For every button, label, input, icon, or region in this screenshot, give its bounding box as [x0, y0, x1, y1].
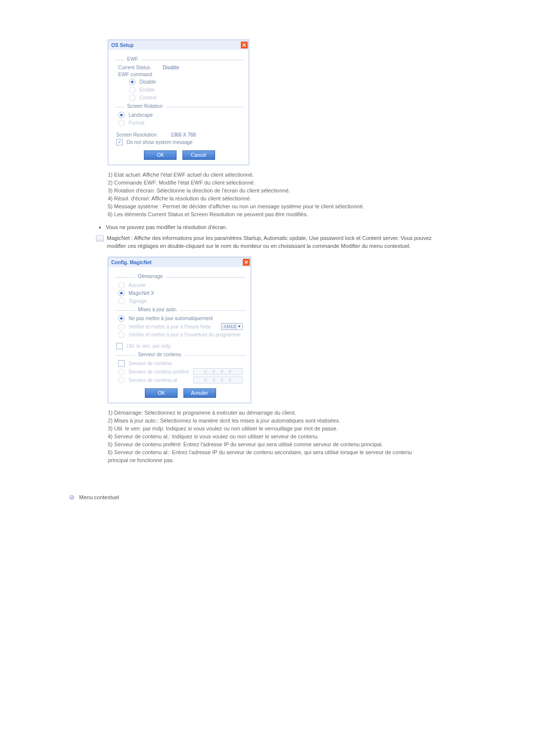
dialog-titlebar: Config. MagicNet — [108, 257, 251, 267]
radio-noauto[interactable] — [118, 315, 125, 322]
note-bullet: Vous ne pouvez pas modifier la résolutio… — [99, 224, 432, 232]
close-icon[interactable] — [243, 259, 250, 266]
section-heading: Menu contextuel — [69, 494, 465, 500]
radio-noauto-label: Ne pas mettre à jour automatiquement — [129, 316, 213, 321]
dialog-title: OS Setup — [111, 43, 134, 48]
ip-alternate[interactable]: 0 . 0 . 0 . 0 — [193, 377, 243, 383]
desc-line: 1) Etat actuel: Affiche l'état EWF actue… — [108, 171, 424, 179]
startup-legend: Démarrage — [135, 274, 166, 279]
dialog-title: Config. MagicNet — [111, 260, 152, 265]
dialog-titlebar: OS Setup — [108, 40, 249, 50]
radio-disable-label: Disable — [139, 79, 156, 85]
radio-pref-server[interactable] — [118, 369, 125, 375]
cancel-button[interactable]: Annuler — [183, 388, 216, 398]
radio-enable-label: Enable — [139, 87, 155, 93]
desc-line: 2) Mises à jour auto.: Sélectionnez la m… — [108, 417, 424, 425]
radio-commit[interactable] — [129, 94, 135, 101]
time-select[interactable]: AM12 — [221, 323, 243, 330]
radio-landscape-label: Landscape — [129, 112, 153, 118]
current-status-value: Disable — [163, 65, 179, 70]
os-setup-description: 1) Etat actuel: Affiche l'état EWF actue… — [108, 171, 424, 219]
checkbox-nosysmsg-label: Do not show system message — [127, 140, 192, 145]
startup-group: Démarrage Aucune MagicNet X Signage — [115, 277, 246, 304]
autoupdate-group: Mises à jour auto. Ne pas mettre à jour … — [115, 310, 246, 338]
bullet-icon — [69, 495, 74, 500]
chevron-down-icon — [236, 324, 242, 330]
section-title: Menu contextuel — [79, 494, 119, 500]
magicnet-intro-text: MagicNet : Affiche des informations pour… — [107, 235, 432, 249]
radio-alt-server-label: Serveur de contenu al. — [129, 378, 178, 383]
desc-line: 6) Les éléments Current Status et Screen… — [108, 211, 424, 219]
desc-line: 4) Serveur de contenu al.: Indiquez si v… — [108, 433, 424, 441]
ok-button[interactable]: OK — [145, 388, 178, 398]
radio-fixedtime[interactable] — [118, 324, 125, 330]
desc-line: 5) Message système : Permet de décider d… — [108, 203, 424, 211]
radio-onopen-label: Vérifier et mettre à jour à l'ouverture … — [129, 332, 241, 337]
checkbox-pwdlock[interactable] — [116, 343, 123, 349]
desc-line: 3) Rotation d'écran: Sélectionne la dire… — [108, 187, 424, 195]
desc-line: 2) Commande EWF: Modifie l'état EWF du c… — [108, 179, 424, 187]
radio-portrait[interactable] — [118, 120, 125, 126]
radio-disable[interactable] — [129, 79, 135, 85]
radio-aucune-label: Aucune — [129, 283, 145, 288]
ip-preferred[interactable]: 0 . 0 . 0 . 0 — [193, 368, 243, 375]
desc-line: 3) Util. le verr. par mdp: Indiquez si v… — [108, 425, 424, 433]
ewf-command-label: EWF command — [118, 72, 152, 77]
os-setup-dialog: OS Setup EWF Current Status Disable EWF … — [108, 40, 249, 165]
radio-fixedtime-label: Vérifier et mettre à jour à l'heure fixé… — [129, 324, 211, 330]
radio-enable[interactable] — [129, 87, 135, 93]
radio-magicnetx-label: MagicNet X — [129, 290, 154, 296]
autoupdate-legend: Mises à jour auto. — [135, 307, 180, 312]
radio-onopen[interactable] — [118, 331, 125, 338]
desc-line: 6) Serveur de contenu al.: Entrez l'adre… — [108, 449, 424, 465]
current-status-label: Current Status — [118, 65, 163, 70]
rotation-legend: Screen Rotation — [124, 103, 166, 109]
radio-alt-server[interactable] — [118, 377, 125, 383]
radio-signage-label: Signage — [129, 298, 147, 304]
magicnet-intro: MagicNet : Affiche des informations pour… — [93, 235, 443, 250]
checkbox-contentserver[interactable] — [118, 360, 125, 367]
time-value: AM12 — [223, 324, 235, 329]
ok-button[interactable]: OK — [144, 150, 177, 160]
radio-portrait-label: Portrait — [129, 120, 144, 126]
close-icon[interactable] — [241, 42, 248, 48]
radio-pref-server-label: Serveur de contenu preféré — [129, 369, 189, 375]
screen-rotation-group: Screen Rotation Landscape Portrait — [115, 107, 244, 126]
contentserver-legend: Serveur de contenu — [135, 352, 184, 357]
ewf-legend: EWF — [124, 56, 141, 62]
radio-commit-label: Commit — [139, 95, 156, 100]
desc-line: 4) Résol. d'écran: Affiche la résolution… — [108, 195, 424, 203]
radio-signage[interactable] — [118, 298, 125, 304]
resolution-label: Screen Resolution — [116, 132, 171, 138]
magicnet-description: 1) Démarrage: Sélectionnez le programme … — [108, 409, 424, 465]
resolution-value: 1366 X 768 — [171, 132, 196, 138]
radio-aucune[interactable] — [118, 282, 125, 288]
cancel-button[interactable]: Cancel — [182, 150, 215, 160]
checkbox-nosysmsg[interactable] — [116, 139, 123, 145]
contentserver-group: Serveur de contenu Serveur de contenu Se… — [115, 355, 246, 383]
config-magicnet-dialog: Config. MagicNet Démarrage Aucune MagicN… — [108, 257, 251, 403]
bar-icon — [96, 236, 104, 241]
desc-line: 5) Serveur de contenu preféré: Entrez l'… — [108, 441, 424, 449]
desc-line: 1) Démarrage: Sélectionnez le programme … — [108, 409, 424, 417]
radio-landscape[interactable] — [118, 112, 125, 118]
radio-magicnetx[interactable] — [118, 290, 125, 296]
checkbox-contentserver-label: Serveur de contenu — [129, 361, 172, 366]
checkbox-pwdlock-label: Util. le verr. par mdp — [127, 343, 171, 349]
ewf-group: EWF Current Status Disable EWF command D… — [115, 60, 244, 101]
